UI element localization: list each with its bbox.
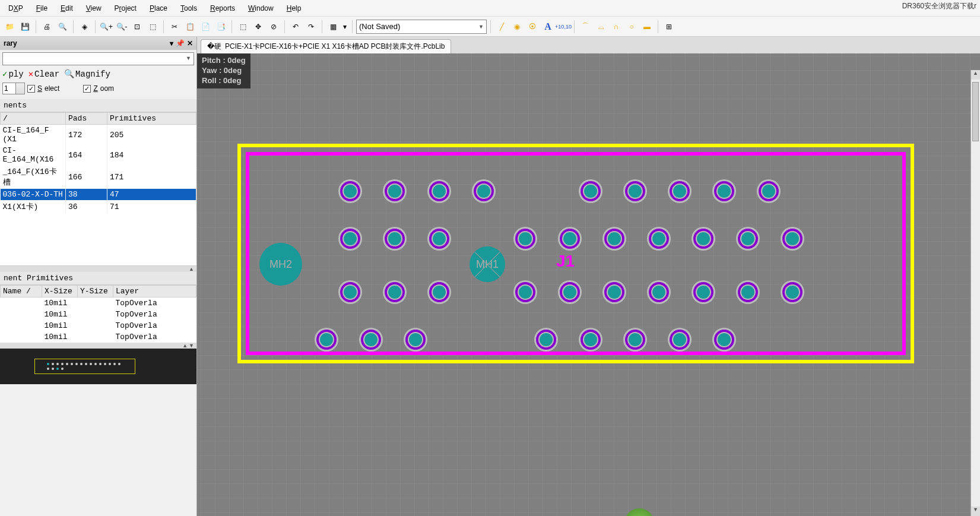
pad (668, 179, 692, 203)
pad (472, 179, 496, 203)
components-table[interactable]: / Pads Primitives CI-E_164_F (X1172205CI… (0, 112, 196, 266)
preview-icon[interactable]: 🔍 (55, 20, 69, 34)
primitives-table[interactable]: Name / X-Size Y-Size Layer 10milTopOverl… (0, 284, 196, 343)
menu-reports[interactable]: Reports (204, 2, 241, 15)
pad (513, 227, 537, 251)
paste-special-icon[interactable]: 📑 (214, 20, 228, 34)
place-line-icon[interactable]: ╱ (494, 20, 509, 34)
magnify-button[interactable]: 🔍Magnify (64, 69, 110, 79)
splitter[interactable]: ▲ (0, 266, 196, 272)
pad (692, 227, 715, 251)
menu-window[interactable]: Window (242, 2, 280, 15)
zoom-in-icon[interactable]: 🔍+ (99, 20, 113, 34)
menu-view[interactable]: View (80, 2, 107, 15)
place-via-icon[interactable]: ⦿ (525, 20, 540, 34)
paste-icon[interactable]: 📄 (198, 20, 213, 34)
zoom-out-icon[interactable]: 🔍- (115, 20, 129, 34)
deselect-icon[interactable]: ⊘ (267, 20, 281, 34)
pcol-layer[interactable]: Layer (113, 286, 196, 297)
snap-grid-combo[interactable]: (Not Saved) (356, 20, 487, 34)
menu-file[interactable]: File (30, 2, 53, 15)
component-row[interactable]: 036-02-X-D-TH3847 (1, 189, 196, 200)
pcol-ysize[interactable]: Y-Size (78, 286, 113, 297)
col-primitives[interactable]: Primitives (107, 113, 196, 125)
pad (602, 227, 626, 251)
copy-icon[interactable]: 📋 (183, 20, 197, 34)
menu-project[interactable]: Project (109, 2, 142, 15)
footprint-preview (0, 349, 196, 384)
pin-icon[interactable]: 📌 (176, 39, 185, 48)
arc-center-icon[interactable]: ⌒ (578, 20, 592, 34)
zoom-checkbox[interactable] (83, 85, 91, 93)
place-pad-icon[interactable]: ◉ (510, 20, 524, 34)
splitter-2[interactable]: ▲▼ (0, 343, 196, 349)
pad (579, 179, 602, 203)
primitive-row[interactable]: 10milTopOverla (1, 309, 196, 320)
vertical-scrollbar[interactable]: ▲ ▼ (971, 70, 980, 516)
menu-dxp[interactable]: DXP (2, 2, 29, 15)
pad (383, 179, 407, 203)
pad (315, 328, 338, 352)
mask-combo[interactable] (2, 52, 194, 65)
cut-icon[interactable]: ✂ (167, 20, 182, 34)
pad (623, 179, 647, 203)
clear-button[interactable]: ✕Clear (28, 69, 59, 79)
select-rect-icon[interactable]: ⬚ (236, 20, 250, 34)
designator-j1: J1 (556, 252, 575, 271)
place-string-icon[interactable]: A (541, 20, 555, 34)
mounting-hole-1: MH1 (470, 246, 505, 282)
select-checkbox[interactable] (27, 85, 35, 93)
menu-place[interactable]: Place (144, 2, 173, 15)
arc-any-icon[interactable]: ∩ (609, 20, 623, 34)
primitive-row[interactable]: 10milTopOverla (1, 320, 196, 331)
scroll-up-icon[interactable]: ▲ (971, 70, 980, 80)
redo-icon[interactable]: ↷ (304, 20, 318, 34)
zoom-area-icon[interactable]: ⬚ (145, 20, 160, 34)
pad (736, 280, 760, 304)
place-coord-icon[interactable]: +10,10 (556, 20, 570, 34)
pad (338, 280, 362, 304)
apply-button[interactable]: ✓ply (2, 69, 24, 79)
full-circle-icon[interactable]: ○ (624, 20, 639, 34)
array-paste-icon[interactable]: ⊞ (662, 20, 676, 34)
zoom-fit-icon[interactable]: ⊡ (130, 20, 144, 34)
col-name[interactable]: / (1, 113, 66, 125)
panel-dropdown-icon[interactable]: ▾ (170, 39, 173, 48)
open-icon[interactable]: 📁 (2, 20, 17, 34)
undo-icon[interactable]: ↶ (288, 20, 303, 34)
pcol-xsize[interactable]: X-Size (42, 286, 78, 297)
arc-edge-icon[interactable]: ⌓ (594, 20, 608, 34)
pad (623, 328, 647, 352)
document-tab[interactable]: �硬 PCIE-X1卡PCIE-X16卡+PCIE X1 X16卡槽AD PCB… (201, 39, 451, 53)
pad (647, 227, 671, 251)
close-panel-icon[interactable]: ✕ (187, 39, 193, 48)
component-row[interactable]: CI-E_164_M(X16164184 (1, 145, 196, 165)
primitive-row[interactable]: 10milTopOverla (1, 297, 196, 309)
component-row[interactable]: X1(X1卡)3671 (1, 200, 196, 213)
menu-edit[interactable]: Edit (55, 2, 79, 15)
select-label: Select (37, 84, 59, 93)
col-pads[interactable]: Pads (66, 113, 107, 125)
scroll-down-icon[interactable]: ▼ (971, 506, 980, 516)
menu-help[interactable]: Help (281, 2, 307, 15)
pad (427, 280, 451, 304)
preview-thumb (34, 359, 135, 374)
save-icon[interactable]: 💾 (18, 20, 32, 34)
panel-header: rary ▾ 📌 ✕ (0, 37, 196, 50)
mask-level-spinner[interactable]: 1 (2, 83, 25, 94)
place-fill-icon[interactable]: ▬ (640, 20, 654, 34)
move-icon[interactable]: ✥ (251, 20, 265, 34)
component-row[interactable]: _164_F(X16卡槽166171 (1, 165, 196, 189)
grid-icon[interactable]: ▦ (326, 20, 340, 34)
pcol-name[interactable]: Name / (1, 286, 42, 297)
pad (692, 280, 715, 304)
pad (736, 227, 760, 251)
component-row[interactable]: CI-E_164_F (X1172205 (1, 125, 196, 145)
menu-tools[interactable]: Tools (175, 2, 203, 15)
grid-dropdown-icon[interactable]: ▾ (341, 20, 348, 34)
layers-icon[interactable]: ◈ (77, 20, 91, 34)
primitive-row[interactable]: 10milTopOverla (1, 331, 196, 343)
scroll-handle[interactable] (972, 82, 979, 141)
pcb-canvas[interactable]: Pitch : 0deg Yaw : 0deg Roll : 0deg MH2 … (197, 53, 980, 516)
print-icon[interactable]: 🖨 (40, 20, 54, 34)
